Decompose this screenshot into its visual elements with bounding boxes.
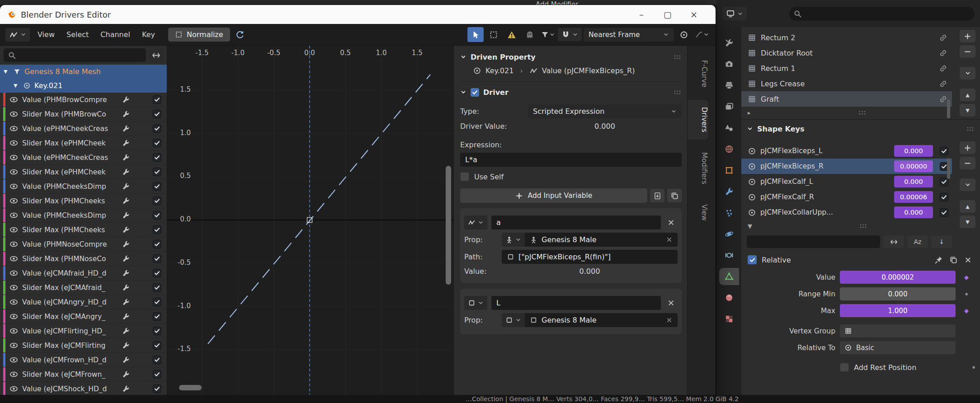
eye-icon[interactable] [9, 225, 18, 234]
id-type-dropdown[interactable] [502, 313, 525, 327]
channel-checkbox[interactable] [153, 254, 161, 263]
eye-icon[interactable] [9, 327, 18, 335]
breadcrumb-property[interactable]: Value (pJCMFlexBiceps_R) [542, 66, 635, 75]
channel-checkbox[interactable] [153, 225, 161, 234]
filter-invert-button[interactable] [883, 235, 904, 248]
channel-checkbox[interactable] [153, 283, 161, 292]
shape-key-row[interactable]: pJCMFlexBiceps_R 0.00000 [741, 159, 952, 174]
channel-row[interactable]: Value (ePHMCheekCreas [0, 122, 167, 136]
shape-key-scrollbar[interactable] [947, 158, 950, 179]
driven-property-panel-header[interactable]: Driven Property [460, 48, 682, 66]
remove-button[interactable] [960, 45, 975, 58]
relative-to-field[interactable]: Basic [840, 341, 956, 354]
remove-variable-button[interactable] [664, 296, 678, 310]
show-errors-toggle[interactable] [504, 27, 520, 42]
shape-key-row[interactable]: pJCMFlexBiceps_L 0.000 [741, 143, 952, 159]
object-list-item[interactable]: Rectum 1 [741, 61, 952, 76]
channel-row[interactable]: Value (eJCMShock_HD_d [0, 382, 167, 396]
remove-shape-key-button[interactable] [960, 157, 975, 169]
variable-name-input[interactable]: L [491, 296, 661, 310]
value-slider-driven[interactable]: 0.000002 [840, 271, 956, 284]
channel-checkbox[interactable] [153, 124, 161, 133]
properties-tab-scene[interactable] [719, 119, 739, 136]
driven-decorator-icon[interactable]: ◆ [960, 274, 973, 281]
shape-key-mute-checkbox[interactable] [940, 193, 948, 202]
driver-panel-header[interactable]: Driver [460, 84, 682, 101]
channel-row[interactable]: Value (PHMBrowCompre [0, 93, 167, 107]
channel-object-row[interactable]: ▼ Genesis 8 Male Mesh [0, 65, 167, 79]
channel-row[interactable]: Value (eJCMFrown_HD_d [0, 353, 167, 367]
ghost-curves-toggle[interactable] [522, 27, 538, 42]
horizontal-scrollbar[interactable] [179, 385, 202, 390]
eye-icon[interactable] [9, 153, 18, 162]
shape-key-value-slider[interactable]: 0.00000 [894, 160, 933, 172]
channel-row[interactable]: Slider Max (PHMNoseCo [0, 252, 167, 266]
minimize-button[interactable]: – [631, 9, 652, 19]
pin-icon[interactable] [934, 256, 943, 264]
menu-select[interactable]: Select [61, 28, 94, 42]
channel-row[interactable]: Value (eJCMAfraid_HD_d [0, 266, 167, 281]
move-down-button[interactable]: ▼ [960, 104, 975, 117]
eye-icon[interactable] [9, 384, 18, 393]
value-slider-driven[interactable]: 1.000 [840, 304, 956, 317]
shape-key-value-slider[interactable]: 0.000 [894, 206, 933, 218]
snap-dropdown[interactable] [558, 28, 582, 41]
properties-tab-render[interactable] [719, 56, 739, 73]
channel-row[interactable]: Value (PHMNoseCompre [0, 237, 167, 252]
eye-icon[interactable] [9, 283, 18, 292]
properties-tab-object[interactable] [719, 162, 739, 179]
add-input-variable-button[interactable]: Add Input Variable [460, 188, 647, 203]
normalize-button[interactable]: Normalize [168, 28, 230, 42]
close-icon[interactable] [964, 256, 972, 264]
eye-icon[interactable] [9, 182, 18, 191]
channel-row[interactable]: Value (eJCMAngry_HD_d [0, 295, 167, 309]
eye-icon[interactable] [9, 298, 18, 306]
channel-checkbox[interactable] [153, 110, 161, 118]
channel-checkbox[interactable] [153, 153, 161, 162]
eye-icon[interactable] [9, 269, 18, 277]
eye-icon[interactable] [9, 110, 18, 118]
list-filter-expander-row[interactable]: ▼ [741, 220, 980, 232]
outliner-search-input[interactable] [789, 7, 975, 21]
properties-tab-constraints[interactable] [719, 247, 739, 264]
shape-key-specials-button[interactable] [960, 178, 975, 191]
sort-reverse-button[interactable]: ↓ [931, 235, 952, 248]
sidebar-tab-drivers[interactable]: Drivers [688, 100, 708, 140]
id-type-dropdown[interactable] [502, 233, 525, 247]
remove-variable-button[interactable] [664, 216, 678, 230]
clear-icon[interactable] [666, 317, 673, 323]
graph-area[interactable]: -1.5-1.0-0.50.00.51.01.51.51.00.50.0-0.5… [167, 46, 453, 403]
channel-row[interactable]: Slider Max (eJCMAfraid_ [0, 281, 167, 295]
link-icon[interactable] [939, 95, 947, 103]
maximize-button[interactable]: ▢ [657, 9, 678, 19]
channel-checkbox[interactable] [153, 95, 161, 104]
channel-checkbox[interactable] [153, 197, 161, 205]
filter-dropdown[interactable] [540, 27, 556, 42]
move-shape-key-down-button[interactable]: ▼ [960, 216, 975, 228]
grip-icon[interactable] [859, 222, 867, 230]
channel-row[interactable]: Slider Max (PHMBrowCo [0, 107, 167, 122]
clear-icon[interactable] [666, 236, 673, 243]
value-slider[interactable]: 0.000 [840, 287, 956, 300]
channel-checkbox[interactable] [153, 312, 161, 321]
channel-row[interactable]: Slider Max (PHMCheeks [0, 194, 167, 208]
window-titlebar[interactable]: Blender Drivers Editor – ▢ × [0, 5, 716, 24]
shape-key-row[interactable]: pJCMFlexCalf_L 0.000 [741, 174, 952, 189]
menu-key[interactable]: Key [136, 28, 161, 42]
channel-row[interactable]: Value (eJCMFlirting_HD_ [0, 324, 167, 338]
grip-icon[interactable] [673, 88, 682, 97]
eye-icon[interactable] [9, 356, 18, 364]
channel-row[interactable]: Slider Max (ePHMCheek [0, 165, 167, 179]
channel-checkbox[interactable] [153, 269, 161, 277]
snap-mode-dropdown[interactable]: Nearest Frame [584, 28, 674, 42]
properties-tab-texture[interactable] [719, 310, 739, 328]
properties-tab-world[interactable] [719, 141, 739, 158]
eye-icon[interactable] [9, 254, 18, 263]
paste-variable-icon-button[interactable] [667, 189, 682, 202]
driver-type-dropdown[interactable]: Scripted Expression [528, 104, 682, 118]
shape-keys-panel-header[interactable]: Shape Keys [741, 121, 980, 137]
variable-type-dropdown[interactable] [464, 216, 487, 230]
channel-row[interactable]: Slider Max (eJCMFrown_ [0, 367, 167, 382]
channel-row[interactable]: Slider Max (eJCMAngry_ [0, 309, 167, 324]
properties-tab-output[interactable] [719, 77, 739, 94]
